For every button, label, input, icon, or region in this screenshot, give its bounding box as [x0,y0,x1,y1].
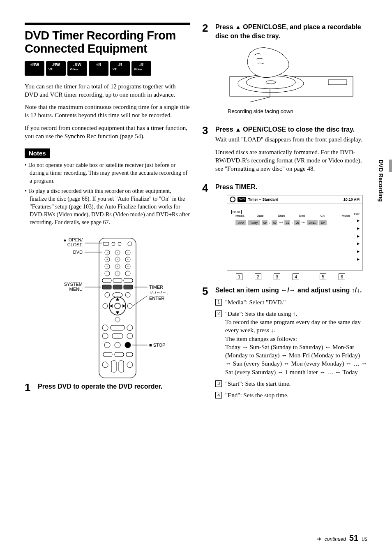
step-2: 2 Press ▲ OPEN/CLOSE, and place a record… [202,23,367,119]
arrow-left-icon: ← [281,287,287,294]
step-5-head: Select an item using ←/→ and adjust usin… [215,286,367,295]
region-code: US [362,537,367,542]
svg-text:DVD: DVD [73,250,83,255]
note-2: To play a disc recorded with this record… [25,188,190,226]
svg-text:MENU: MENU [69,287,83,292]
arrow-down-icon: ↓ [271,327,274,334]
substep-2-lead: "Date": Sets the date using ↑. [225,310,367,318]
cell-media: DVD [235,220,246,225]
cell-ch: Line1 [307,220,318,225]
disc-format-badges: +RW -RWVR -RWVideo +R -RVR -RVideo [25,61,190,76]
step-5: 5 Select an item using ←/→ and adjust us… [202,286,367,403]
svg-rect-20 [102,285,111,289]
disc-icon [230,197,235,202]
svg-text:↑/↓/←/→,: ↑/↓/←/→, [149,290,168,295]
disc-tray-illustration [226,44,357,106]
side-thumb-mark [389,160,392,172]
substep-4: 4 "End": Sets the stop time. [215,391,367,399]
substep-3: 3 "Start": Sets the start time. [215,380,367,388]
svg-text:TIMER: TIMER [149,285,163,290]
callout-5: 5 [320,273,326,280]
svg-text:ENTER: ENTER [149,296,164,301]
intro-para-3: If you record from connected equipment t… [25,124,190,141]
substep-1-num: 1 [215,299,222,306]
arrow-right-icon: ▶ [357,227,360,231]
step-3-number: 3 [202,125,210,177]
callout-1: 1 [236,273,242,280]
step-1-head: Press DVD to operate the DVD recorder. [38,382,190,391]
arrow-right-icon: ▶ [357,250,360,254]
substep-2-l2: The item changes as follows: [225,335,367,343]
timer-screen: DVD Timer – Standard 10:10 AM No.01 Edit… [227,195,362,271]
step-3-body-2: Unused discs are automatically formatted… [215,148,367,173]
page-title: DVD Timer Recording From Connected Equip… [25,29,190,56]
step-2-number: 2 [202,23,210,119]
svg-text:SYSTEM: SYSTEM [64,282,83,287]
continued-arrow-icon: ➜ [316,535,321,543]
callout-3: 3 [274,273,280,280]
arrow-up-icon: ↑ [352,287,355,294]
edit-label: Edit [354,212,360,217]
timer-clock: 10:10 AM [344,197,360,202]
cell-end-h: 10 [284,220,290,225]
dvd-badge-icon: DVD [238,197,246,202]
row-number-label: No.01 [231,210,242,214]
badge-minus-rwvideo: -RWVideo [67,61,87,76]
cell-mode: SP [319,220,327,225]
eject-icon: ▲ [235,23,241,30]
eject-icon: ▲ [235,126,241,133]
step-2-head: Press ▲ OPEN/CLOSE, and place a recordab… [215,23,367,40]
step-4-number: 4 [202,183,210,280]
timer-callouts: 1 2 3 4 5 6 [236,273,367,280]
substep-4-text: "End": Sets the stop time. [225,391,367,399]
timer-row-1: DVD Today 09 : 00 PM 10 : 00 PM Line1 SP [235,220,360,225]
svg-text:■ STOP: ■ STOP [149,343,165,348]
substep-2-l1: To record the same program every day or … [225,318,367,335]
continued-label: continued [325,536,346,542]
arrow-right-icon: ▶ [357,242,360,246]
page-footer: ➜ continued 51US [316,533,367,544]
cell-date: Today [248,220,260,225]
arrow-right-icon: ▶ [357,257,360,262]
substep-2-l3: Today ↔ Sun-Sat (Sunday to Saturday) ↔ M… [225,343,367,376]
step-1-number: 1 [25,382,33,393]
callout-2: 2 [255,273,261,280]
notes-header: Notes [25,148,50,158]
remote-diagram: ▲ OPEN/ CLOSE DVD SYSTEM MENU TIMER ↑/↓/… [25,234,190,382]
svg-text:CLOSE: CLOSE [67,242,83,247]
substep-4-num: 4 [215,392,222,398]
step-4-head: Press TIMER. [215,183,367,192]
heading-rule [25,23,190,25]
svg-point-75 [266,81,276,84]
substep-2: 2 "Date": Sets the date using ↑. To reco… [215,310,367,376]
arrow-down-icon: ↓ [357,287,360,294]
substep-3-num: 3 [215,380,222,387]
step-5-number: 5 [202,286,210,403]
timer-column-headers: Media Date Start End Ch Mode [235,214,360,218]
scroll-arrows: ▶ ▶ ▶ ▶ ▶ ▶ [357,219,360,262]
badge-plus-r: +R [89,61,108,76]
svg-line-77 [250,97,270,102]
arrow-right-icon: → [289,287,296,294]
svg-rect-21 [113,285,122,289]
step-3-body-1: Wait until "LOAD" disappears from the fr… [215,135,367,144]
cell-start-m: 00 [272,220,277,225]
note-1: Do not operate your cable box or satelli… [25,162,190,185]
timer-title: Timer – Standard [248,197,278,202]
callout-4: 4 [293,273,299,280]
step-3-head: Press ▲ OPEN/CLOSE to close the disc tra… [215,125,367,134]
substep-3-text: "Start": Sets the start time. [225,380,367,388]
svg-text:▲ OPEN/: ▲ OPEN/ [63,237,83,242]
arrow-up-icon: ↑ [293,310,296,317]
step-1: 1 Press DVD to operate the DVD recorder. [25,382,190,393]
step-4: 4 Press TIMER. DVD Timer – Standard 10:1… [202,183,367,280]
arrow-right-icon: ▶ [357,219,360,223]
substep-1-text: "Media": Select "DVD." [225,298,367,306]
badge-minus-rvideo: -RVideo [131,61,151,76]
callout-6: 6 [339,273,345,280]
badge-minus-rwvr: -RWVR [46,61,66,76]
svg-rect-22 [124,285,133,289]
svg-point-38 [125,342,131,348]
right-column: 2 Press ▲ OPEN/CLOSE, and place a record… [202,23,367,408]
step-3: 3 Press ▲ OPEN/CLOSE to close the disc t… [202,125,367,177]
